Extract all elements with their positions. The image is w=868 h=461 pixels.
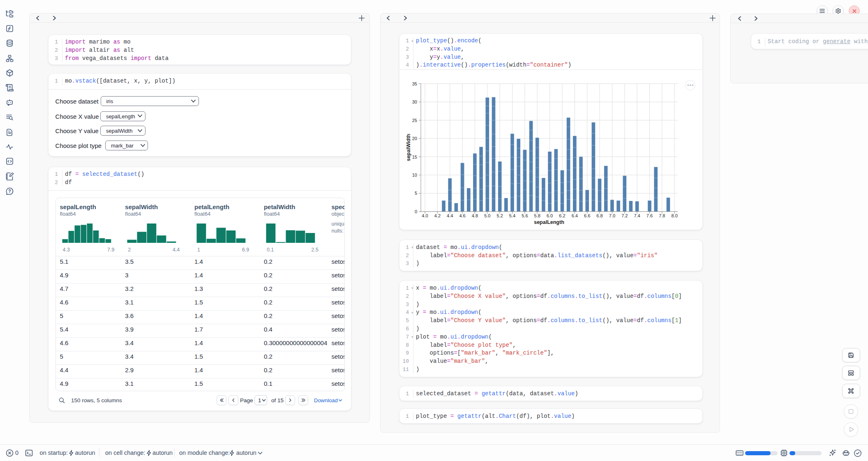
svg-text:4.6: 4.6	[459, 213, 465, 218]
svg-text:4.4: 4.4	[447, 213, 453, 218]
svg-text:15: 15	[412, 154, 417, 159]
svg-text:5.6: 5.6	[522, 213, 528, 218]
svg-text:25: 25	[412, 118, 417, 122]
svg-text:35: 35	[412, 81, 417, 86]
svg-text:8.0: 8.0	[672, 213, 678, 218]
svg-text:10: 10	[412, 173, 417, 177]
svg-text:7.8: 7.8	[659, 213, 665, 218]
svg-text:6.4: 6.4	[572, 213, 578, 218]
svg-text:5.8: 5.8	[534, 213, 540, 218]
svg-text:6.8: 6.8	[596, 213, 603, 218]
svg-text:30: 30	[412, 99, 417, 104]
svg-text:0: 0	[415, 209, 417, 214]
svg-text:5: 5	[415, 191, 417, 196]
svg-text:6.2: 6.2	[559, 213, 565, 218]
svg-text:20: 20	[412, 136, 417, 141]
svg-text:5.2: 5.2	[497, 213, 503, 218]
svg-text:5.0: 5.0	[484, 213, 490, 218]
svg-text:7.6: 7.6	[646, 213, 653, 218]
svg-text:4.2: 4.2	[434, 213, 441, 218]
svg-text:4.8: 4.8	[472, 213, 478, 218]
svg-text:5.4: 5.4	[509, 213, 515, 218]
svg-text:7.4: 7.4	[634, 213, 640, 218]
svg-text:6.0: 6.0	[547, 213, 553, 218]
svg-text:6.6: 6.6	[584, 213, 590, 218]
svg-text:sepalWidth: sepalWidth	[406, 134, 411, 161]
svg-text:4.0: 4.0	[422, 213, 428, 218]
svg-text:7.0: 7.0	[609, 213, 615, 218]
svg-text:sepalLength: sepalLength	[534, 219, 564, 225]
svg-text:7.2: 7.2	[621, 213, 628, 218]
